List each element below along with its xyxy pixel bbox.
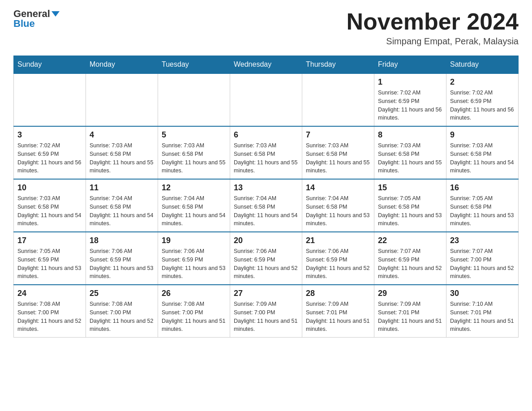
- day-number: 26: [162, 289, 226, 298]
- day-number: 1: [378, 77, 442, 87]
- calendar-table: SundayMondayTuesdayWednesdayThursdayFrid…: [13, 56, 519, 338]
- day-number: 10: [17, 183, 82, 193]
- day-number: 19: [162, 236, 226, 245]
- day-info: Sunrise: 7:03 AMSunset: 6:58 PMDaylight:…: [162, 141, 226, 175]
- day-number: 20: [234, 236, 298, 245]
- calendar-cell: 11Sunrise: 7:04 AMSunset: 6:58 PMDayligh…: [86, 179, 158, 232]
- day-number: 21: [306, 236, 370, 245]
- calendar-cell: 1Sunrise: 7:02 AMSunset: 6:59 PMDaylight…: [374, 73, 446, 126]
- calendar-cell: 27Sunrise: 7:09 AMSunset: 7:00 PMDayligh…: [230, 285, 302, 338]
- calendar-cell: 10Sunrise: 7:03 AMSunset: 6:58 PMDayligh…: [14, 179, 86, 232]
- calendar-cell: 21Sunrise: 7:06 AMSunset: 6:59 PMDayligh…: [302, 232, 374, 285]
- title-block: November 2024 Simpang Empat, Perak, Mala…: [347, 9, 519, 47]
- day-number: 29: [378, 289, 442, 298]
- day-number: 15: [378, 183, 442, 193]
- day-number: 14: [306, 183, 370, 193]
- day-info: Sunrise: 7:02 AMSunset: 6:59 PMDaylight:…: [17, 141, 82, 175]
- day-info: Sunrise: 7:06 AMSunset: 6:59 PMDaylight:…: [306, 247, 370, 281]
- calendar-cell: [302, 73, 374, 126]
- day-info: Sunrise: 7:08 AMSunset: 7:00 PMDaylight:…: [17, 300, 82, 334]
- day-number: 16: [450, 183, 515, 193]
- header-day-monday: Monday: [86, 56, 158, 74]
- month-title: November 2024: [347, 9, 519, 34]
- header-day-friday: Friday: [374, 56, 446, 74]
- calendar-cell: [86, 73, 158, 126]
- day-info: Sunrise: 7:08 AMSunset: 7:00 PMDaylight:…: [162, 300, 226, 334]
- day-number: 3: [17, 130, 82, 140]
- day-number: 24: [17, 289, 82, 298]
- day-number: 5: [162, 130, 226, 140]
- day-info: Sunrise: 7:02 AMSunset: 6:59 PMDaylight:…: [378, 89, 442, 122]
- calendar-cell: 7Sunrise: 7:03 AMSunset: 6:58 PMDaylight…: [302, 126, 374, 179]
- calendar-header: SundayMondayTuesdayWednesdayThursdayFrid…: [14, 56, 519, 74]
- day-info: Sunrise: 7:04 AMSunset: 6:58 PMDaylight:…: [162, 194, 226, 228]
- calendar-cell: 18Sunrise: 7:06 AMSunset: 6:59 PMDayligh…: [86, 232, 158, 285]
- day-number: 7: [306, 130, 370, 140]
- day-info: Sunrise: 7:07 AMSunset: 7:00 PMDaylight:…: [450, 247, 515, 281]
- calendar-cell: 16Sunrise: 7:05 AMSunset: 6:58 PMDayligh…: [446, 179, 519, 232]
- header-day-saturday: Saturday: [446, 56, 519, 74]
- day-info: Sunrise: 7:03 AMSunset: 6:58 PMDaylight:…: [17, 194, 82, 228]
- day-info: Sunrise: 7:05 AMSunset: 6:59 PMDaylight:…: [17, 247, 82, 281]
- day-info: Sunrise: 7:05 AMSunset: 6:58 PMDaylight:…: [450, 194, 515, 228]
- calendar-cell: 4Sunrise: 7:03 AMSunset: 6:58 PMDaylight…: [86, 126, 158, 179]
- calendar-cell: 29Sunrise: 7:09 AMSunset: 7:01 PMDayligh…: [374, 285, 446, 338]
- header-day-wednesday: Wednesday: [230, 56, 302, 74]
- day-info: Sunrise: 7:04 AMSunset: 6:58 PMDaylight:…: [234, 194, 298, 228]
- calendar-cell: 2Sunrise: 7:02 AMSunset: 6:59 PMDaylight…: [446, 73, 519, 126]
- header-row: SundayMondayTuesdayWednesdayThursdayFrid…: [14, 56, 519, 74]
- calendar-cell: 6Sunrise: 7:03 AMSunset: 6:58 PMDaylight…: [230, 126, 302, 179]
- week-row-5: 24Sunrise: 7:08 AMSunset: 7:00 PMDayligh…: [14, 285, 519, 338]
- day-info: Sunrise: 7:02 AMSunset: 6:59 PMDaylight:…: [450, 89, 515, 122]
- calendar-cell: 26Sunrise: 7:08 AMSunset: 7:00 PMDayligh…: [158, 285, 230, 338]
- day-number: 28: [306, 289, 370, 298]
- calendar-cell: 12Sunrise: 7:04 AMSunset: 6:58 PMDayligh…: [158, 179, 230, 232]
- day-info: Sunrise: 7:09 AMSunset: 7:01 PMDaylight:…: [306, 300, 370, 334]
- day-info: Sunrise: 7:09 AMSunset: 7:01 PMDaylight:…: [378, 300, 442, 334]
- calendar-cell: [158, 73, 230, 126]
- day-info: Sunrise: 7:08 AMSunset: 7:00 PMDaylight:…: [90, 300, 154, 334]
- day-info: Sunrise: 7:04 AMSunset: 6:58 PMDaylight:…: [306, 194, 370, 228]
- day-info: Sunrise: 7:10 AMSunset: 7:01 PMDaylight:…: [450, 300, 515, 334]
- calendar-cell: 17Sunrise: 7:05 AMSunset: 6:59 PMDayligh…: [14, 232, 86, 285]
- calendar-cell: 25Sunrise: 7:08 AMSunset: 7:00 PMDayligh…: [86, 285, 158, 338]
- day-number: 4: [90, 130, 154, 140]
- day-number: 18: [90, 236, 154, 245]
- week-row-3: 10Sunrise: 7:03 AMSunset: 6:58 PMDayligh…: [14, 179, 519, 232]
- calendar-cell: 24Sunrise: 7:08 AMSunset: 7:00 PMDayligh…: [14, 285, 86, 338]
- day-info: Sunrise: 7:05 AMSunset: 6:58 PMDaylight:…: [378, 194, 442, 228]
- calendar-cell: [230, 73, 302, 126]
- location-subtitle: Simpang Empat, Perak, Malaysia: [347, 36, 519, 47]
- header-day-sunday: Sunday: [14, 56, 86, 74]
- day-number: 2: [450, 77, 515, 87]
- day-number: 23: [450, 236, 515, 245]
- day-info: Sunrise: 7:03 AMSunset: 6:58 PMDaylight:…: [234, 141, 298, 175]
- day-number: 17: [17, 236, 82, 245]
- calendar-cell: 30Sunrise: 7:10 AMSunset: 7:01 PMDayligh…: [446, 285, 519, 338]
- day-info: Sunrise: 7:06 AMSunset: 6:59 PMDaylight:…: [234, 247, 298, 281]
- day-info: Sunrise: 7:04 AMSunset: 6:58 PMDaylight:…: [90, 194, 154, 228]
- day-info: Sunrise: 7:03 AMSunset: 6:58 PMDaylight:…: [378, 141, 442, 175]
- page-header: General Blue November 2024 Simpang Empat…: [13, 9, 519, 47]
- day-number: 6: [234, 130, 298, 140]
- calendar-cell: 19Sunrise: 7:06 AMSunset: 6:59 PMDayligh…: [158, 232, 230, 285]
- week-row-1: 1Sunrise: 7:02 AMSunset: 6:59 PMDaylight…: [14, 73, 519, 126]
- calendar-cell: 28Sunrise: 7:09 AMSunset: 7:01 PMDayligh…: [302, 285, 374, 338]
- header-day-thursday: Thursday: [302, 56, 374, 74]
- calendar-cell: 15Sunrise: 7:05 AMSunset: 6:58 PMDayligh…: [374, 179, 446, 232]
- calendar-body: 1Sunrise: 7:02 AMSunset: 6:59 PMDaylight…: [14, 73, 519, 338]
- calendar-cell: [14, 73, 86, 126]
- day-info: Sunrise: 7:07 AMSunset: 6:59 PMDaylight:…: [378, 247, 442, 281]
- day-info: Sunrise: 7:09 AMSunset: 7:00 PMDaylight:…: [234, 300, 298, 334]
- day-number: 25: [90, 289, 154, 298]
- day-info: Sunrise: 7:03 AMSunset: 6:58 PMDaylight:…: [90, 141, 154, 175]
- week-row-4: 17Sunrise: 7:05 AMSunset: 6:59 PMDayligh…: [14, 232, 519, 285]
- day-info: Sunrise: 7:03 AMSunset: 6:58 PMDaylight:…: [306, 141, 370, 175]
- calendar-cell: 20Sunrise: 7:06 AMSunset: 6:59 PMDayligh…: [230, 232, 302, 285]
- day-number: 8: [378, 130, 442, 140]
- day-number: 9: [450, 130, 515, 140]
- logo-blue-text: Blue: [13, 19, 35, 29]
- header-day-tuesday: Tuesday: [158, 56, 230, 74]
- logo: General Blue: [13, 9, 60, 29]
- day-info: Sunrise: 7:03 AMSunset: 6:58 PMDaylight:…: [450, 141, 515, 175]
